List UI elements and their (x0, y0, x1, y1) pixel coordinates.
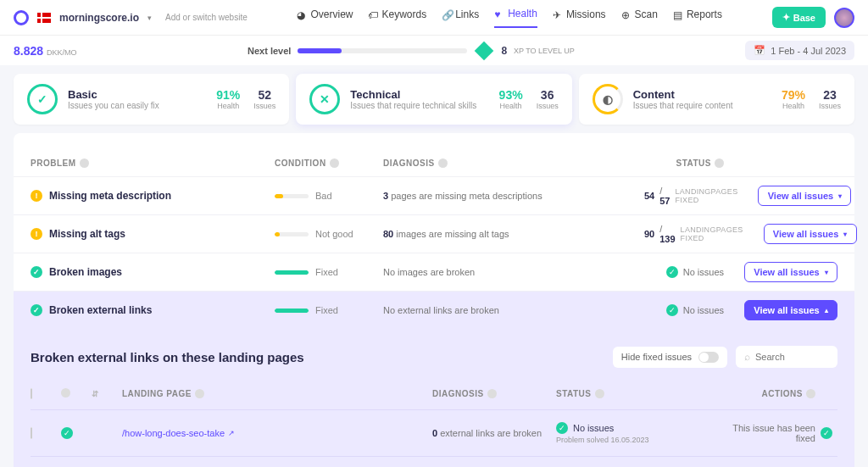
warn-icon: ! (31, 228, 42, 240)
view-issues-button[interactable]: View all issues▾ (744, 262, 837, 282)
view-issues-button[interactable]: View all issues▾ (764, 224, 857, 244)
view-issues-button[interactable]: View all issues▾ (758, 186, 851, 206)
ok-icon: ✓ (61, 427, 73, 439)
base-button[interactable]: ✦Base (772, 7, 826, 28)
site-name[interactable]: morningscore.io (59, 12, 139, 24)
hide-fixed-toggle[interactable]: Hide fixed issues (613, 347, 727, 368)
scan-icon: ⊕ (621, 9, 632, 19)
report-icon: ▤ (673, 9, 683, 19)
nav-keywords[interactable]: 🏷Keywords (368, 8, 426, 28)
gauge-icon: ◕ (297, 9, 307, 19)
sort-icon[interactable]: ⇵ (92, 389, 117, 398)
content-ring-icon: ◐ (593, 84, 623, 114)
problem-row: ✓Broken external links Fixed No external… (14, 291, 854, 329)
help-icon[interactable] (330, 158, 339, 168)
ok-icon: ✓ (666, 266, 678, 278)
view-issues-button[interactable]: View all issues▴ (744, 300, 837, 320)
help-icon[interactable] (80, 158, 89, 168)
help-icon[interactable] (438, 158, 448, 168)
external-link-icon: ↗ (228, 429, 235, 437)
nav-links[interactable]: 🔗Links (442, 8, 479, 28)
rocket-icon: ✈ (553, 9, 563, 19)
search-box[interactable]: ⌕ (736, 346, 837, 368)
check-ring-icon: ✓ (27, 84, 58, 114)
date-range-picker[interactable]: 📅 1 Feb - 4 Jul 2023 (745, 41, 854, 60)
score-value: 8.828 DKK/MO (14, 44, 76, 58)
landing-page-row: ✓ /how-long-does-seo-take↗ 0 external li… (31, 410, 837, 457)
ok-icon: ✓ (821, 427, 832, 439)
landing-page-row: ✓ /increase-sales-without-spending-money… (31, 457, 837, 467)
avatar[interactable] (834, 8, 854, 28)
nav-missions[interactable]: ✈Missions (553, 8, 606, 28)
x-ring-icon: ✕ (309, 84, 340, 114)
fixed-label: This issue has been fixed (731, 423, 815, 443)
tab-content[interactable]: ◐ ContentIssues that require content 79%… (579, 74, 854, 125)
ok-icon: ✓ (666, 304, 678, 316)
help-icon[interactable] (195, 389, 204, 398)
caret-icon: ▾ (838, 192, 842, 200)
help-icon[interactable] (595, 389, 604, 398)
select-all-checkbox[interactable] (31, 388, 32, 399)
chevron-down-icon[interactable]: ▾ (147, 14, 152, 22)
help-icon[interactable] (487, 389, 497, 398)
tab-technical[interactable]: ✕ TechnicalIssues that require technical… (296, 74, 571, 125)
nav-scan[interactable]: ⊕Scan (621, 8, 658, 28)
tag-icon: 🏷 (368, 9, 378, 19)
nav-reports[interactable]: ▤Reports (673, 8, 722, 28)
help-icon[interactable] (806, 389, 815, 398)
caret-icon: ▴ (825, 307, 828, 314)
main-nav: ◕Overview 🏷Keywords 🔗Links ♥Health ✈Miss… (297, 8, 721, 28)
ok-icon: ✓ (556, 422, 568, 434)
landing-page-header: ⇵ LANDING PAGE DIAGNOSIS STATUS ACTIONS (31, 381, 837, 410)
nav-health[interactable]: ♥Health (494, 8, 537, 28)
caret-icon: ▾ (843, 231, 847, 238)
help-icon[interactable] (715, 158, 724, 168)
detail-title: Broken external links on these landing p… (31, 350, 304, 364)
next-level-label: Next level (248, 46, 291, 56)
level-progress: Next level 8 XP TO LEVEL UP (248, 44, 575, 58)
heart-icon: ♥ (494, 8, 504, 19)
problem-row: !Missing alt tags Not good 80 images are… (14, 214, 854, 253)
search-icon: ⌕ (744, 351, 750, 363)
help-icon[interactable] (61, 388, 70, 398)
problems-header: PROBLEM CONDITION DIAGNOSIS STATUS (14, 150, 854, 176)
problems-table: PROBLEM CONDITION DIAGNOSIS STATUS !Miss… (14, 133, 854, 329)
warn-icon: ! (31, 190, 42, 202)
category-tabs: ✓ BasicIssues you can easily fix 91%Heal… (0, 65, 868, 133)
search-input[interactable] (755, 352, 829, 362)
logo-icon (14, 10, 29, 25)
nav-overview[interactable]: ◕Overview (297, 8, 353, 28)
flag-icon (37, 13, 51, 23)
ok-icon: ✓ (31, 266, 42, 278)
top-bar: morningscore.io ▾ Add or switch website … (0, 0, 868, 36)
add-site-link[interactable]: Add or switch website (165, 13, 248, 22)
level-bar (298, 48, 467, 53)
problem-row: ✓Broken images Fixed No images are broke… (14, 253, 854, 291)
xp-count: 8 (501, 45, 507, 57)
xp-label: XP TO LEVEL UP (514, 47, 575, 55)
caret-icon: ▾ (825, 269, 828, 276)
row-checkbox[interactable] (31, 427, 32, 439)
landing-page-link[interactable]: /how-long-does-seo-take↗ (122, 428, 427, 438)
toggle-icon[interactable] (698, 352, 719, 363)
sub-bar: 8.828 DKK/MO Next level 8 XP TO LEVEL UP… (0, 36, 868, 65)
link-icon: 🔗 (442, 9, 452, 19)
ok-icon: ✓ (31, 304, 42, 316)
chat-icon: ✦ (782, 12, 790, 23)
problem-row: !Missing meta description Bad 3 pages ar… (14, 176, 854, 214)
detail-section: Broken external links on these landing p… (14, 329, 854, 467)
calendar-icon: 📅 (754, 45, 765, 56)
xp-cube-icon (475, 41, 494, 60)
tab-basic[interactable]: ✓ BasicIssues you can easily fix 91%Heal… (14, 74, 289, 125)
